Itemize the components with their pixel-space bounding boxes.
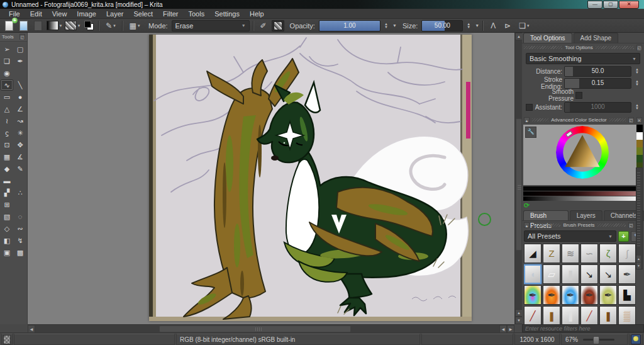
blend-mode-combobox[interactable]: Erase▼ (172, 20, 250, 31)
tool-line[interactable]: ╲ (14, 79, 26, 91)
wrap-around-button[interactable]: ❏▾ (516, 20, 532, 31)
float-docker-icon[interactable]: ◱ (636, 45, 642, 50)
canvas-area[interactable] (28, 33, 514, 324)
menu-item[interactable]: Select (128, 9, 158, 19)
brush-preset-airbrush-speckle[interactable]: ✒ (599, 285, 617, 305)
float-docker-icon[interactable]: ◱ (628, 117, 634, 123)
mirror-horizontal-button[interactable]: Λ (487, 20, 499, 31)
save-button[interactable] (31, 20, 44, 31)
zoom-slider-handle[interactable] (593, 336, 599, 344)
brush-preset-airbrush-rainbow[interactable]: ✒ (524, 285, 541, 305)
brush-preset-airbrush-red[interactable]: ✒ (580, 285, 598, 305)
tool-polygon[interactable]: △ (1, 103, 13, 115)
menu-item[interactable]: Tools (184, 9, 210, 19)
preset-scrollbar[interactable]: ▲ ▼ (636, 167, 643, 269)
menu-item[interactable]: Settings (209, 9, 245, 19)
zoom-control[interactable]: 67% (561, 334, 628, 345)
brush-preset-ink-zigzag[interactable]: Z (543, 244, 560, 263)
float-docker-icon[interactable]: ◱ (628, 222, 634, 228)
distance-spinner[interactable]: ▲▼ (634, 68, 640, 74)
brush-preset-sketch-light[interactable]: ∫ (618, 244, 636, 263)
tool-blank-2[interactable] (14, 175, 26, 186)
brush-preset-chooser-button[interactable]: ▦▾ (126, 20, 143, 31)
menu-item[interactable]: View (47, 9, 72, 19)
tool-grid[interactable]: ⊞ (1, 199, 13, 210)
tool-fuzzy-select[interactable]: ▩ (14, 247, 26, 258)
tool-gradient[interactable]: ▬ (1, 175, 13, 186)
tab-brush-presets[interactable]: Brush Presets (523, 210, 569, 220)
brush-preset-airbrush-blue[interactable]: ✒ (562, 285, 579, 305)
tool-similar-select[interactable]: ◧ (1, 235, 13, 246)
open-document-button[interactable] (17, 20, 30, 31)
tool-ellipse[interactable]: ● (14, 91, 26, 103)
tool-gradient-edit[interactable]: ✎ (14, 163, 26, 174)
color-slider-bar-black-bar[interactable] (523, 186, 643, 191)
opacity-spinner[interactable]: ▲▼ (383, 23, 389, 29)
close-button[interactable]: ✕ (619, 1, 639, 9)
mirror-vertical-button[interactable]: ⊳ (501, 20, 514, 31)
horizontal-scroll-handle[interactable] (159, 325, 351, 332)
tool-edit-shapes[interactable]: ❏ (1, 55, 13, 67)
tool-measure[interactable]: ∡ (14, 151, 26, 162)
brush-preset-pixel-blocks[interactable]: ▙ (618, 285, 636, 305)
brush-preset-airbrush-orange[interactable]: ✒ (543, 285, 560, 305)
add-preset-button[interactable]: + (618, 231, 629, 242)
menu-item[interactable]: Image (72, 9, 101, 19)
tab-layers[interactable]: Layers (570, 210, 602, 220)
tool-dynamic-brush[interactable]: ϛ (1, 127, 13, 139)
tool-rect-select[interactable]: ▧ (1, 211, 13, 222)
color-slider-bar-red-bar[interactable] (523, 191, 643, 196)
brush-preset-squiggle-green[interactable]: ζ (599, 244, 617, 263)
preset-scroll-up-button[interactable]: ▲ (636, 256, 641, 262)
brush-preset-sponge-speckle[interactable]: ▒ (618, 306, 636, 325)
tool-blank-1[interactable] (14, 67, 26, 79)
history-swatch-dark-gold[interactable] (636, 140, 643, 147)
color-profile-cell[interactable] (629, 334, 643, 345)
color-settings-button[interactable]: 🔧 (525, 127, 536, 138)
tool-magnetic-select[interactable]: ↯ (14, 235, 26, 246)
opacity-slider[interactable]: 1.00 (319, 20, 380, 31)
tool-move[interactable]: ✥ (14, 139, 26, 150)
brush-preset-sketch-scratchy[interactable]: ≋ (562, 244, 579, 263)
menu-item[interactable]: Help (245, 9, 269, 19)
preset-scroll-down-button[interactable]: ▼ (636, 263, 641, 269)
tool-contiguous-select[interactable]: ▣ (1, 247, 13, 258)
maximize-button[interactable]: ▢ (603, 1, 618, 9)
preset-filter-combobox[interactable]: All Presets▼ (524, 230, 616, 242)
tool-bezier-curve[interactable]: ≀ (1, 115, 13, 127)
tool-options-header[interactable]: Tool Options ◱ (522, 43, 644, 51)
brush-preset-round-soft[interactable]: ❚ (562, 264, 579, 284)
tab-add-shape[interactable]: Add Shape (574, 33, 619, 43)
fg-bg-color-button[interactable] (82, 20, 95, 31)
tool-rectangle[interactable]: ▭ (1, 91, 13, 103)
close-docker-icon[interactable]: ✕ (636, 117, 642, 123)
tool-polygon-select[interactable]: ◇ (1, 223, 13, 234)
tool-perspective-grid[interactable]: ▦ (1, 151, 13, 162)
brush-preset-eraser-block[interactable]: ▱ (543, 264, 560, 284)
size-dropdown-icon[interactable]: ▼ (475, 23, 479, 28)
assistant-checkbox[interactable] (526, 104, 533, 111)
brush-preset-bristle-red-stroke[interactable]: ╱ (580, 306, 598, 325)
resource-filter-input[interactable] (522, 324, 644, 332)
canvas-vertical-scrollbar[interactable]: ▲ ▲ ▼ (514, 33, 522, 324)
brush-preset-bristle-wide[interactable]: ❚ (599, 306, 617, 325)
new-document-button[interactable]: + (3, 20, 15, 31)
brush-preset-ink-pen[interactable]: ↘ (599, 264, 617, 284)
toolbox-float-button[interactable]: ◱ (19, 34, 25, 40)
menu-item[interactable]: Edit (25, 9, 47, 19)
tool-ellipse-select[interactable]: ◌ (14, 211, 26, 222)
tool-pattern-edit[interactable]: ▞ (1, 187, 13, 198)
opacity-dropdown-icon[interactable]: ▼ (392, 23, 397, 28)
tool-freehand-brush[interactable]: ∿ (1, 79, 13, 91)
title-bar[interactable]: Unnamed - Fotografija0069_krita.kra [mod… (0, 0, 644, 9)
tool-multibrush[interactable]: ✳ (14, 127, 26, 139)
history-swatch-white[interactable] (636, 132, 643, 140)
vertical-scroll-handle[interactable] (516, 118, 522, 251)
history-swatch-olive[interactable] (636, 147, 643, 155)
brush-preset-sketch-scribble[interactable]: ∽ (580, 244, 598, 263)
gradient-chooser-button[interactable]: ▾ (46, 20, 62, 31)
color-slider-bar-value-bar[interactable] (523, 196, 643, 201)
tool-polyline[interactable]: ∠ (14, 103, 26, 115)
color-selector-header[interactable]: ▴ Advanced Color Selector ◱ ✕ (522, 116, 644, 123)
tab-tool-options[interactable]: Tool Options (523, 33, 572, 43)
